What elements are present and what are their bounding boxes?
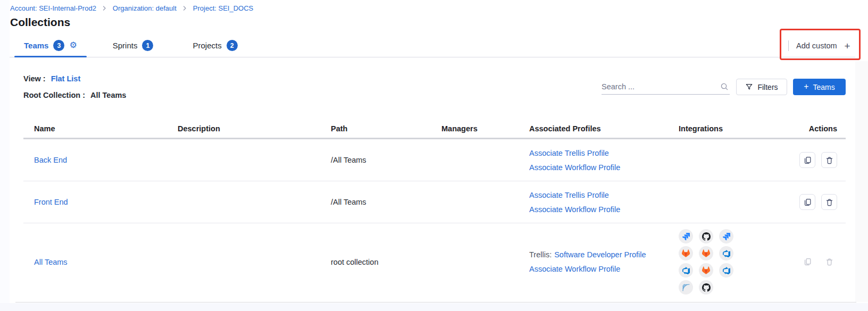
breadcrumb-organization-link[interactable]: Organization: default (113, 4, 177, 12)
jira-icon (719, 229, 733, 243)
tab-projects-label: Projects (193, 41, 221, 50)
root-collection-label: Root Collection : (23, 91, 85, 99)
column-header-path: Path (331, 124, 441, 133)
github-icon (699, 280, 713, 295)
associated-profiles-cell: Trellis:Software Developer ProfileAssoci… (529, 250, 679, 273)
chevron-right-icon (102, 6, 107, 11)
search-icon[interactable] (720, 82, 729, 93)
column-header-name: Name (34, 124, 178, 133)
bottom-strip (0, 303, 868, 311)
view-label: View : (23, 74, 46, 83)
profile-link-associate-workflow-profile[interactable]: Associate Workflow Profile (529, 163, 620, 172)
plus-icon: + (845, 41, 850, 51)
actions-cell (799, 152, 837, 168)
profile-link-associate-workflow-profile[interactable]: Associate Workflow Profile (529, 265, 620, 273)
path-cell: root collection (331, 258, 441, 266)
breadcrumb-account-link[interactable]: Account: SEI-Internal-Prod2 (10, 4, 96, 12)
azure-devops-icon (679, 263, 693, 278)
new-teams-label: Teams (813, 83, 835, 91)
tab-sprints-label: Sprints (113, 41, 138, 50)
root-collection-row: Root Collection : All Teams (23, 91, 126, 99)
collection-name-link[interactable]: Back End (34, 156, 67, 164)
view-row: View : Flat List (23, 74, 80, 83)
github-icon (699, 229, 713, 243)
column-header-managers: Managers (441, 124, 529, 133)
table-header-row: NameDescriptionPathManagersAssociated Pr… (23, 119, 846, 139)
tab-sprints[interactable]: Sprints 1 (103, 34, 163, 57)
profile-link-software-developer-profile[interactable]: Software Developer Profile (554, 250, 646, 259)
path-cell: /All Teams (331, 198, 441, 206)
profile-link-associate-trellis-profile[interactable]: Associate Trellis Profile (529, 149, 609, 157)
profile-line: Trellis:Software Developer Profile (529, 250, 679, 259)
tab-projects-count-badge: 2 (227, 40, 238, 51)
column-header-actions: Actions (799, 124, 846, 133)
bottom-divider (15, 302, 856, 302)
azure-devops-icon (719, 246, 733, 260)
profile-line: Associate Trellis Profile (529, 191, 679, 199)
view-flat-list-link[interactable]: Flat List (51, 74, 81, 83)
page-title: Collections (10, 16, 70, 29)
filter-funnel-icon (745, 83, 753, 91)
integrations-cell (679, 229, 799, 295)
tab-teams[interactable]: Teams 3 ⚙ (14, 34, 87, 57)
profile-line: Associate Workflow Profile (529, 163, 679, 172)
tab-projects[interactable]: Projects 2 (183, 34, 247, 57)
table-row-front-end: Front End/All TeamsAssociate Trellis Pro… (23, 181, 846, 223)
filters-label: Filters (757, 83, 778, 91)
column-header-integrations: Integrations (679, 124, 799, 133)
sonarqube-icon (679, 280, 693, 295)
integrations-grid (679, 229, 799, 295)
root-collection-value: All Teams (90, 91, 126, 99)
gitlab-icon (679, 246, 693, 260)
search-input[interactable] (602, 80, 713, 94)
filters-button[interactable]: Filters (736, 79, 787, 95)
jira-icon (679, 229, 693, 243)
associated-profiles-cell: Associate Trellis ProfileAssociate Workf… (529, 149, 679, 172)
plus-icon: + (804, 82, 808, 91)
profile-link-associate-workflow-profile[interactable]: Associate Workflow Profile (529, 205, 620, 214)
delete-collection-button[interactable] (821, 194, 837, 210)
collections-page: Account: SEI-Internal-Prod2 Organization… (0, 0, 868, 311)
table-body: Back End/All TeamsAssociate Trellis Prof… (23, 139, 846, 300)
left-gutter (0, 0, 10, 311)
actions-cell (799, 254, 837, 270)
add-custom-label: Add custom (796, 41, 837, 50)
profile-line: Associate Workflow Profile (529, 265, 679, 273)
actions-cell (799, 194, 837, 210)
add-custom-button[interactable]: Add custom + (788, 34, 850, 57)
associated-profiles-cell: Associate Trellis ProfileAssociate Workf… (529, 191, 679, 214)
tab-sprints-count-badge: 1 (142, 40, 153, 51)
delete-collection-button[interactable] (821, 152, 837, 168)
copy-collection-button[interactable] (799, 152, 815, 168)
collections-table: NameDescriptionPathManagersAssociated Pr… (23, 119, 846, 300)
profile-prefix: Trellis: (529, 250, 552, 259)
vertical-divider (788, 40, 789, 51)
profile-link-associate-trellis-profile[interactable]: Associate Trellis Profile (529, 191, 609, 199)
chevron-right-icon (182, 6, 187, 11)
breadcrumb-project-link[interactable]: Project: SEI_DOCS (193, 4, 253, 12)
profile-line: Associate Trellis Profile (529, 149, 679, 157)
tab-teams-label: Teams (24, 41, 48, 50)
tab-teams-count-badge: 3 (53, 40, 64, 51)
table-row-back-end: Back End/All TeamsAssociate Trellis Prof… (23, 139, 846, 181)
delete-collection-button (821, 254, 837, 270)
right-gutter (855, 61, 868, 302)
new-teams-button[interactable]: + Teams (793, 79, 846, 95)
path-cell: /All Teams (331, 156, 441, 164)
table-row-all-teams: All Teamsroot collectionTrellis:Software… (23, 223, 846, 300)
collection-name-link[interactable]: Front End (34, 198, 68, 206)
column-header-associated-profiles: Associated Profiles (529, 124, 679, 133)
search-box (602, 80, 730, 95)
gear-icon[interactable]: ⚙ (69, 41, 77, 49)
tab-bar: Teams 3 ⚙ Sprints 1 Projects 2 (10, 34, 855, 57)
azure-devops-icon (719, 263, 733, 278)
breadcrumb: Account: SEI-Internal-Prod2 Organization… (10, 4, 253, 12)
column-header-description: Description (178, 124, 331, 133)
copy-collection-button[interactable] (799, 194, 815, 210)
gitlab-icon (699, 263, 713, 278)
collection-name-link[interactable]: All Teams (34, 258, 68, 266)
copy-collection-button (799, 254, 815, 270)
profile-line: Associate Workflow Profile (529, 205, 679, 214)
gitlab-icon (699, 246, 713, 260)
